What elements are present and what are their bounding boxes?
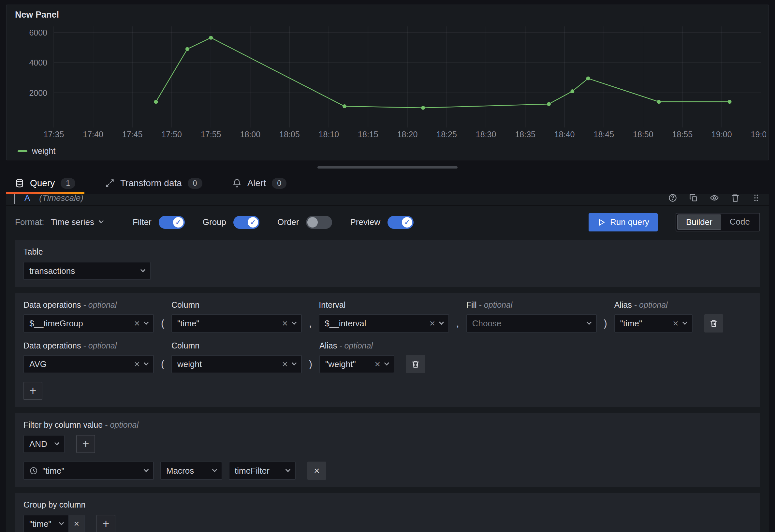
- builder-mode-button[interactable]: Builder: [677, 214, 721, 230]
- chevron-down-icon: [292, 320, 297, 325]
- clear-icon[interactable]: ×: [374, 359, 380, 369]
- eye-icon[interactable]: [710, 194, 719, 202]
- tab-query[interactable]: Query 1: [6, 172, 84, 194]
- comma-separator: ,: [456, 314, 460, 333]
- drag-handle-icon[interactable]: [752, 194, 761, 202]
- svg-text:18:15: 18:15: [358, 130, 378, 139]
- svg-text:17:55: 17:55: [201, 130, 221, 139]
- clear-icon[interactable]: ×: [430, 319, 436, 328]
- alias-select[interactable]: "weight" ×: [319, 355, 395, 373]
- run-query-button[interactable]: Run query: [589, 213, 658, 231]
- clear-icon[interactable]: ×: [673, 319, 679, 328]
- column-field: Column weight ×: [171, 341, 302, 373]
- collapse-chevron-icon[interactable]: [14, 194, 15, 203]
- clear-icon[interactable]: ×: [134, 319, 140, 328]
- group-by-column-control: "time" ×: [23, 515, 85, 532]
- remove-filter-button[interactable]: ×: [307, 462, 326, 480]
- chevron-down-icon: [292, 360, 297, 366]
- help-icon[interactable]: [668, 194, 677, 202]
- table-section: Table transactions: [15, 240, 760, 287]
- trash-icon[interactable]: [731, 194, 740, 202]
- filter-macros-select[interactable]: Macros: [160, 462, 222, 480]
- svg-text:18:40: 18:40: [554, 130, 575, 139]
- chevron-down-icon: [144, 467, 149, 472]
- legend-swatch: [18, 150, 27, 152]
- group-toggle[interactable]: ✓: [233, 216, 259, 229]
- panel: New Panel 20004000600017:3517:4017:4517:…: [6, 5, 769, 160]
- open-paren: (: [160, 314, 165, 333]
- tab-transform-badge: 0: [188, 178, 202, 189]
- data-operations-select[interactable]: $__timeGroup ×: [23, 314, 154, 333]
- chevron-down-icon: [586, 320, 592, 325]
- interval-select[interactable]: $__interval ×: [319, 314, 449, 333]
- select-section: Data operations - optional $__timeGroup …: [15, 293, 760, 407]
- panel-resize-handle[interactable]: [317, 166, 458, 168]
- query-toolbar: Format: Time series Filter ✓ Group ✓ Ord…: [6, 206, 769, 240]
- chevron-down-icon: [54, 440, 60, 445]
- svg-text:17:35: 17:35: [44, 130, 64, 139]
- query-ref-id[interactable]: A: [24, 194, 30, 203]
- svg-text:2000: 2000: [29, 88, 47, 97]
- svg-text:18:20: 18:20: [397, 130, 418, 139]
- svg-text:18:50: 18:50: [633, 130, 653, 139]
- legend-item-weight[interactable]: weight: [32, 146, 55, 156]
- filter-toggle[interactable]: ✓: [159, 216, 185, 229]
- delete-select-row-button[interactable]: [704, 314, 723, 333]
- query-editor: A (Timescale): [6, 194, 769, 532]
- preview-toggle[interactable]: ✓: [388, 216, 414, 229]
- chevron-down-icon: [144, 320, 149, 325]
- filter-toggle-label: Filter: [133, 217, 151, 227]
- clear-icon[interactable]: ×: [282, 359, 288, 369]
- svg-text:19:00: 19:00: [711, 130, 732, 139]
- data-operations-select[interactable]: AVG ×: [23, 355, 154, 373]
- filter-operator-select[interactable]: AND: [23, 435, 65, 453]
- tab-query-badge: 1: [61, 178, 75, 189]
- datasource-name: (Timescale): [39, 194, 83, 203]
- filter-macro-value-select[interactable]: timeFilter: [229, 462, 295, 480]
- add-filter-button[interactable]: +: [76, 435, 95, 453]
- add-select-row-button[interactable]: +: [23, 382, 42, 400]
- add-group-by-button[interactable]: +: [96, 515, 115, 532]
- fill-select[interactable]: Choose: [467, 314, 597, 333]
- format-select[interactable]: Time series: [51, 217, 103, 227]
- tab-alert[interactable]: Alert 0: [223, 172, 295, 194]
- table-section-label: Table: [23, 247, 752, 256]
- time-series-chart[interactable]: 20004000600017:3517:4017:4517:5017:5518:…: [13, 22, 766, 144]
- svg-text:17:45: 17:45: [122, 130, 143, 139]
- order-toggle[interactable]: ✓: [306, 216, 332, 229]
- fill-field: Fill - optional Choose: [467, 300, 597, 333]
- tab-query-label: Query: [30, 178, 55, 188]
- clear-icon[interactable]: ×: [134, 359, 140, 369]
- column-select[interactable]: "time" ×: [171, 314, 302, 333]
- duplicate-icon[interactable]: [689, 194, 698, 202]
- editor-tabs: Query 1 Transform data 0 Alert 0: [0, 172, 775, 194]
- database-icon: [15, 179, 24, 188]
- alias-field: Alias - optional "weight" ×: [319, 341, 395, 373]
- chevron-down-icon: [99, 218, 104, 223]
- svg-text:18:00: 18:00: [240, 130, 261, 139]
- svg-text:18:25: 18:25: [437, 130, 457, 139]
- filter-column-select[interactable]: "time": [23, 462, 154, 480]
- data-operations-field: Data operations - optional AVG ×: [23, 341, 154, 373]
- column-select[interactable]: weight ×: [171, 355, 302, 373]
- svg-text:18:05: 18:05: [279, 130, 300, 139]
- svg-text:17:40: 17:40: [83, 130, 103, 139]
- group-by-column-select[interactable]: "time": [23, 515, 69, 532]
- comma-separator: ,: [308, 314, 312, 333]
- clear-icon[interactable]: ×: [282, 319, 288, 328]
- alias-field: Alias - optional "time" ×: [614, 300, 693, 333]
- chevron-down-icon: [682, 320, 687, 325]
- filter-section-label: Filter by column value - optional: [23, 420, 752, 430]
- tab-alert-label: Alert: [247, 178, 266, 188]
- tab-transform-data[interactable]: Transform data 0: [96, 172, 211, 194]
- code-mode-button[interactable]: Code: [721, 214, 758, 230]
- delete-select-row-button[interactable]: [406, 355, 425, 373]
- remove-group-by-button[interactable]: ×: [69, 515, 85, 532]
- select-row-1: Data operations - optional $__timeGroup …: [23, 300, 752, 333]
- table-select[interactable]: transactions: [23, 262, 151, 280]
- alias-select[interactable]: "time" ×: [614, 314, 693, 333]
- chevron-down-icon: [384, 360, 390, 366]
- svg-text:6000: 6000: [29, 28, 47, 37]
- svg-text:18:30: 18:30: [476, 130, 496, 139]
- clock-icon: [29, 467, 38, 475]
